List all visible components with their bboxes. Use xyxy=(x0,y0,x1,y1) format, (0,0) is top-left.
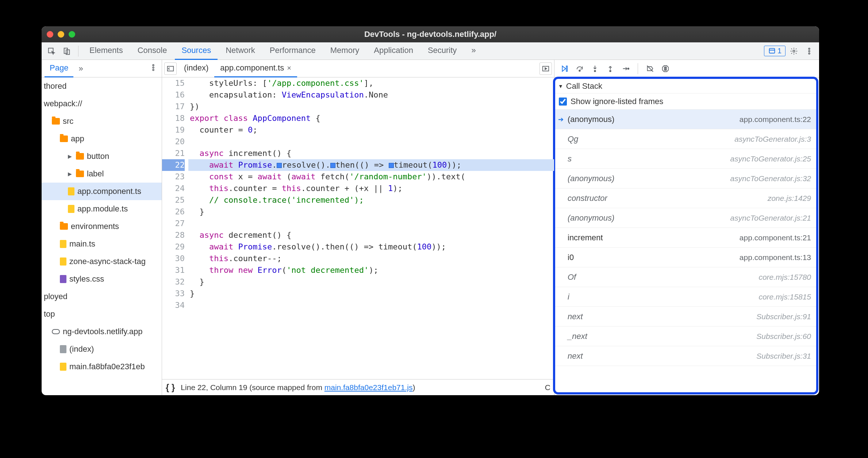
frame-location: asyncToGenerator.js:25 xyxy=(730,154,811,163)
tree-file-zone-async-stack-tag[interactable]: zone-async-stack-tag xyxy=(42,253,162,270)
code-line[interactable]: styleUrls: ['/app.component.css'], xyxy=(188,77,554,89)
tab-performance[interactable]: Performance xyxy=(263,42,322,60)
folder-icon xyxy=(60,223,68,230)
zoom-window-icon[interactable] xyxy=(69,31,75,38)
close-window-icon[interactable] xyxy=(47,31,53,38)
tree-cloud-ng-devtools-netlify-app[interactable]: ng-devtools.netlify.app xyxy=(42,323,162,340)
tree-item-label: main.ts xyxy=(69,240,95,248)
code-line[interactable]: this.counter = this.counter + (+x || 1); xyxy=(188,183,554,194)
stack-frame[interactable]: (anonymous)app.component.ts:22 xyxy=(555,110,816,129)
stack-frame[interactable]: icore.mjs:15815 xyxy=(555,287,816,307)
step-out-icon[interactable] xyxy=(604,62,617,75)
call-stack-panel: ▼ Call Stack Show ignore-listed frames (… xyxy=(553,77,818,394)
frame-location: Subscriber.js:91 xyxy=(756,312,811,321)
tree-file-styles-css[interactable]: styles.css xyxy=(42,270,162,288)
tree-label-webpack-[interactable]: webpack:// xyxy=(42,95,162,112)
code-line[interactable]: const x = await (await fetch('/random-nu… xyxy=(188,171,554,183)
tabs-overflow-icon[interactable]: » xyxy=(465,42,482,60)
code-line[interactable]: encapsulation: ViewEncapsulation.None xyxy=(188,89,554,101)
code-line[interactable]: async increment() { xyxy=(188,148,554,159)
step-icon[interactable] xyxy=(619,62,632,75)
step-over-icon[interactable] xyxy=(573,62,586,75)
step-into-icon[interactable] xyxy=(589,62,601,75)
editor-tab-app-component-ts[interactable]: app.component.ts× xyxy=(214,60,297,77)
tab-network[interactable]: Network xyxy=(219,42,262,60)
tree-file-main-ts[interactable]: main.ts xyxy=(42,235,162,253)
stack-frame[interactable]: _nextSubscriber.js:60 xyxy=(555,327,816,346)
frame-location: core.mjs:15780 xyxy=(758,273,811,282)
tab-console[interactable]: Console xyxy=(131,42,174,60)
tree-file-app-component-ts[interactable]: app.component.ts xyxy=(42,183,162,200)
code-line[interactable]: } xyxy=(188,206,554,218)
code-editor[interactable]: 1516171819202122232425262728293031323334… xyxy=(162,77,554,379)
stack-frame[interactable]: (anonymous)asyncToGenerator.js:21 xyxy=(555,208,816,228)
stack-frame[interactable]: nextSubscriber.js:91 xyxy=(555,307,816,327)
resume-icon[interactable] xyxy=(558,62,571,75)
tree-file-main-fa8bfa0e23f1eb[interactable]: main.fa8bfa0e23f1eb xyxy=(42,358,162,375)
stack-frame[interactable]: QgasyncToGenerator.js:3 xyxy=(555,129,816,149)
code-line[interactable]: await Promise.resolve().then(() => timeo… xyxy=(188,159,554,171)
tab-sources[interactable]: Sources xyxy=(175,42,218,60)
tree-file-app-module-ts[interactable]: app.module.ts xyxy=(42,200,162,218)
code-line[interactable]: }) xyxy=(188,101,554,112)
cloud-icon xyxy=(52,329,60,334)
navigator-more-icon[interactable] xyxy=(148,64,159,74)
code-line[interactable]: async decrement() { xyxy=(188,229,554,241)
editor-history-icon[interactable] xyxy=(164,62,177,75)
call-stack-header[interactable]: ▼ Call Stack xyxy=(555,79,816,93)
code-line[interactable]: // console.trace('incremented'); xyxy=(188,194,554,206)
tree-folder-button[interactable]: ▶button xyxy=(42,148,162,165)
show-ignored-checkbox[interactable] xyxy=(559,98,567,106)
pretty-print-icon[interactable]: { } xyxy=(166,382,175,393)
run-snippet-icon[interactable] xyxy=(539,62,552,75)
tree-label-ployed[interactable]: ployed xyxy=(42,288,162,305)
svg-point-7 xyxy=(809,53,810,54)
tree-item-label: ng-devtools.netlify.app xyxy=(63,328,143,336)
navigator-tab-page[interactable]: Page xyxy=(45,60,73,77)
tree-folder-src[interactable]: src xyxy=(42,112,162,130)
stack-frame[interactable]: constructorzone.js:1429 xyxy=(555,188,816,208)
code-line[interactable]: } xyxy=(188,276,554,288)
code-line[interactable] xyxy=(188,299,554,311)
svg-point-5 xyxy=(809,48,810,49)
code-line[interactable] xyxy=(188,136,554,148)
stack-frame[interactable]: (anonymous)asyncToGenerator.js:32 xyxy=(555,169,816,188)
stack-frame[interactable]: sasyncToGenerator.js:25 xyxy=(555,149,816,169)
show-ignored-frames-option[interactable]: Show ignore-listed frames xyxy=(555,93,816,110)
stack-frame[interactable]: incrementapp.component.ts:21 xyxy=(555,228,816,248)
tab-security[interactable]: Security xyxy=(421,42,463,60)
tree-label-top[interactable]: top xyxy=(42,305,162,323)
settings-icon[interactable] xyxy=(787,44,801,58)
tab-elements[interactable]: Elements xyxy=(83,42,130,60)
stack-frame[interactable]: nextSubscriber.js:31 xyxy=(555,346,816,366)
tree-folder-environments[interactable]: environments xyxy=(42,218,162,235)
code-line[interactable]: } xyxy=(188,288,554,299)
pause-on-exceptions-icon[interactable] xyxy=(659,62,672,75)
source-map-link[interactable]: main.fa8bfa0e23f1eb71.js xyxy=(324,383,413,392)
tab-memory[interactable]: Memory xyxy=(324,42,366,60)
tree-file--index-[interactable]: (index) xyxy=(42,340,162,358)
deactivate-breakpoints-icon[interactable] xyxy=(644,62,656,75)
device-toolbar-icon[interactable] xyxy=(60,44,74,58)
code-line[interactable]: await Promise.resolve().then(() => timeo… xyxy=(188,241,554,253)
stack-frame[interactable]: Ofcore.mjs:15780 xyxy=(555,267,816,287)
issues-badge[interactable]: 1 xyxy=(764,46,786,56)
minimize-window-icon[interactable] xyxy=(58,31,64,38)
navigator-overflow-icon[interactable]: » xyxy=(76,64,86,73)
close-tab-icon[interactable]: × xyxy=(287,64,291,72)
tab-application[interactable]: Application xyxy=(367,42,420,60)
more-menu-icon[interactable] xyxy=(802,44,816,58)
code-line[interactable] xyxy=(188,218,554,229)
code-line[interactable]: counter = 0; xyxy=(188,124,554,136)
svg-point-6 xyxy=(809,50,810,52)
cursor-position: Line 22, Column 19 (source mapped from m… xyxy=(181,383,415,392)
code-line[interactable]: this.counter--; xyxy=(188,253,554,264)
code-line[interactable]: throw new Error('not decremented'); xyxy=(188,264,554,276)
editor-tab--index-[interactable]: (index) xyxy=(178,60,214,77)
tree-label-thored[interactable]: thored xyxy=(42,77,162,95)
inspect-element-icon[interactable] xyxy=(45,44,58,58)
code-line[interactable]: export class AppComponent { xyxy=(188,112,554,124)
tree-folder-label[interactable]: ▶label xyxy=(42,165,162,183)
tree-folder-app[interactable]: app xyxy=(42,130,162,148)
stack-frame[interactable]: i0app.component.ts:13 xyxy=(555,248,816,267)
